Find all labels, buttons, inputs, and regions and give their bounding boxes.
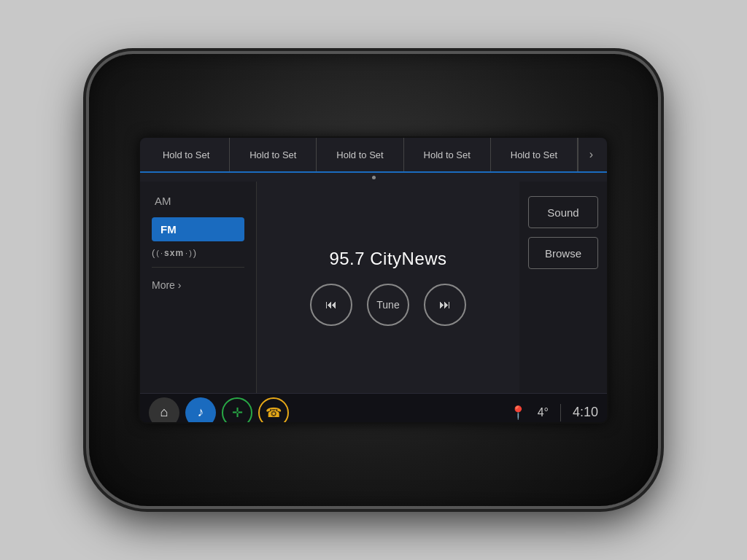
rewind-icon: ⏮ xyxy=(325,298,337,311)
station-name: 95.7 CityNews xyxy=(329,249,446,269)
more-button[interactable]: More › xyxy=(152,276,244,294)
main-content: AM FM ( ( · sxm · ) ) More › 95.7 CityNe… xyxy=(140,182,607,393)
am-button[interactable]: AM xyxy=(152,190,244,211)
tune-button[interactable]: Tune xyxy=(367,284,409,326)
nav-right-info: 📍 4° 4:10 xyxy=(510,404,598,421)
preset-bar: Hold to Set Hold to Set Hold to Set Hold… xyxy=(140,138,607,173)
browse-button[interactable]: Browse xyxy=(528,237,598,269)
sidebar-divider xyxy=(152,267,244,268)
phone-icon: ☎ xyxy=(266,405,282,421)
playback-controls: ⏮ Tune ⏭ xyxy=(310,284,466,326)
preset-dot-indicator xyxy=(372,176,376,179)
apps-button[interactable]: ✛ xyxy=(222,397,252,423)
fm-button[interactable]: FM xyxy=(152,217,244,241)
home-button[interactable]: ⌂ xyxy=(149,397,179,423)
sound-button[interactable]: Sound xyxy=(528,196,598,228)
infotainment-screen: Hold to Set Hold to Set Hold to Set Hold… xyxy=(140,138,607,422)
source-sidebar: AM FM ( ( · sxm · ) ) More › xyxy=(140,182,257,393)
sxm-button[interactable]: ( ( · sxm · ) ) xyxy=(152,247,244,258)
music-button[interactable]: ♪ xyxy=(185,397,216,423)
nav-bar: ⌂ ♪ ✛ ☎ 📍 4° 4:10 xyxy=(140,393,607,422)
forward-button[interactable]: ⏭ xyxy=(424,284,466,326)
preset-2[interactable]: Hold to Set xyxy=(230,138,317,171)
preset-4[interactable]: Hold to Set xyxy=(404,138,491,171)
rewind-button[interactable]: ⏮ xyxy=(310,284,352,326)
player-center: 95.7 CityNews ⏮ Tune ⏭ xyxy=(257,182,519,393)
preset-5[interactable]: Hold to Set xyxy=(491,138,578,171)
preset-3[interactable]: Hold to Set xyxy=(317,138,403,171)
music-icon: ♪ xyxy=(198,405,204,420)
car-bezel: Hold to Set Hold to Set Hold to Set Hold… xyxy=(89,54,658,506)
nav-left-icons: ⌂ ♪ ✛ ☎ xyxy=(149,397,289,423)
time-display: 4:10 xyxy=(573,405,598,420)
preset-1[interactable]: Hold to Set xyxy=(143,138,230,171)
nav-divider xyxy=(560,404,561,421)
dot-indicator-row xyxy=(140,173,607,182)
forward-icon: ⏭ xyxy=(439,298,451,311)
location-icon: 📍 xyxy=(510,405,526,421)
home-icon: ⌂ xyxy=(160,405,169,420)
apps-icon: ✛ xyxy=(232,405,243,421)
phone-button[interactable]: ☎ xyxy=(258,397,289,423)
action-sidebar: Sound Browse xyxy=(519,182,607,393)
preset-next-button[interactable]: › xyxy=(578,138,604,171)
temperature-display: 4° xyxy=(538,406,549,419)
